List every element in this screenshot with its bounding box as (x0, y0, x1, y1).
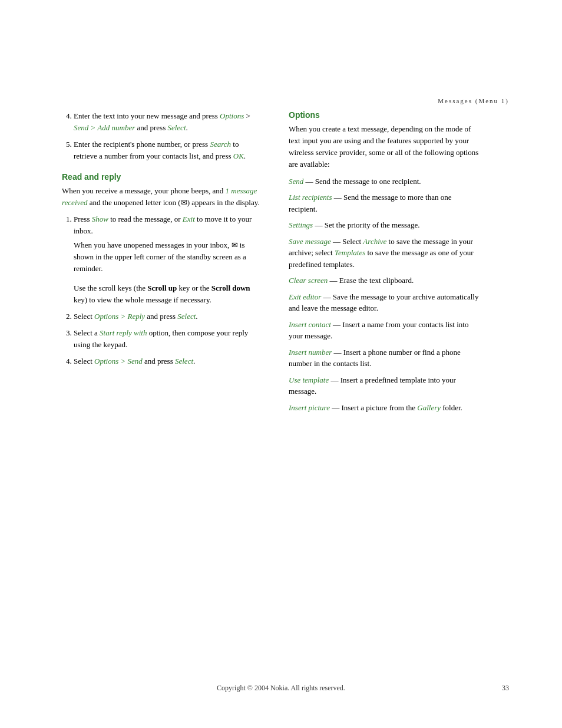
option-list-recipients: List recipients — Send the message to mo… (289, 192, 480, 215)
list-item: Enter the recipient's phone number, or p… (74, 139, 262, 162)
option-term-exit-editor: Exit editor (289, 292, 321, 301)
option-term-list-recipients: List recipients (289, 193, 332, 202)
right-column: Options When you create a text message, … (280, 110, 480, 418)
list-item-2: Select Options > Reply and press Select. (74, 311, 262, 322)
option-term-insert-contact: Insert contact (289, 320, 331, 329)
option-exit-editor: Exit editor — Save the message to your a… (289, 291, 480, 314)
copyright-text: Copyright © 2004 Nokia. All rights reser… (217, 684, 345, 692)
list-item-1: Press Show to read the message, or Exit … (74, 213, 262, 306)
archive-link: Archive (363, 237, 386, 246)
sub-para-2: Use the scroll keys (the Scroll up key o… (74, 280, 262, 306)
option-term-save-message: Save message (289, 237, 331, 246)
sub-para-1: When you have unopened messages in your … (74, 237, 262, 275)
option-settings: Settings — Set the priority of the messa… (289, 219, 480, 231)
envelope-icon-inline: ✉ (181, 198, 187, 207)
option-term-use-template: Use template (289, 375, 329, 384)
read-reply-heading: Read and reply (62, 172, 262, 182)
option-term-insert-number: Insert number (289, 348, 332, 357)
search-link: Search (210, 140, 231, 149)
gallery-link: Gallery (417, 403, 441, 412)
exit-link: Exit (183, 215, 195, 223)
select-link: Select (167, 123, 186, 132)
option-term-clear-screen: Clear screen (289, 276, 328, 285)
option-term-insert-picture: Insert picture (289, 403, 330, 412)
option-term-send: Send (289, 177, 303, 186)
options-reply-link: Options > Reply (94, 312, 145, 321)
option-clear-screen: Clear screen — Erase the text clipboard. (289, 275, 480, 286)
option-use-template: Use template — Insert a predefined templ… (289, 374, 480, 397)
select-link-3: Select (175, 357, 193, 365)
options-heading: Options (289, 110, 480, 120)
option-term-settings: Settings (289, 220, 313, 229)
send-add-link: Send > Add number (74, 123, 135, 132)
list-item-3: Select a Start reply with option, then c… (74, 327, 262, 351)
show-link: Show (92, 215, 108, 223)
left-column: Enter the text into your new message and… (62, 110, 280, 418)
option-send: Send — Send the message to one recipient… (289, 176, 480, 187)
select-link-2: Select (177, 312, 196, 321)
start-reply-link: Start reply with (100, 328, 147, 337)
footer-page-number: 33 (502, 684, 509, 693)
option-insert-picture: Insert picture — Insert a picture from t… (289, 402, 480, 414)
footer-copyright: Copyright © 2004 Nokia. All rights reser… (0, 684, 562, 693)
option-insert-number: Insert number — Insert a phone number or… (289, 347, 480, 370)
page-header: Messages (Menu 1) (0, 0, 562, 110)
header-text: Messages (Menu 1) (438, 97, 509, 104)
options-section: Options When you create a text message, … (289, 110, 480, 413)
page-number: 33 (502, 684, 509, 692)
read-reply-section: Read and reply When you receive a messag… (62, 172, 262, 368)
read-reply-list: Press Show to read the message, or Exit … (74, 213, 262, 368)
options-intro: When you create a text message, dependin… (289, 123, 480, 171)
options-send-link: Options > Send (94, 357, 143, 365)
scroll-down-text: Scroll down (211, 284, 250, 292)
content-area: Enter the text into your new message and… (0, 110, 562, 418)
message-received-link: 1 message received (62, 186, 257, 207)
option-insert-contact: Insert contact — Insert a name from your… (289, 319, 480, 342)
ok-link: OK (233, 151, 244, 160)
options-link: Options (220, 111, 244, 120)
templates-link: Templates (335, 248, 365, 257)
list-item: Enter the text into your new message and… (74, 110, 262, 134)
list-item-4: Select Options > Send and press Select. (74, 355, 262, 367)
intro-list: Enter the text into your new message and… (74, 110, 262, 163)
option-save-message: Save message — Select Archive to save th… (289, 236, 480, 271)
scroll-up-text: Scroll up (147, 284, 177, 292)
read-reply-intro: When you receive a message, your phone b… (62, 185, 262, 209)
page: Messages (Menu 1) Enter the text into yo… (0, 0, 562, 728)
